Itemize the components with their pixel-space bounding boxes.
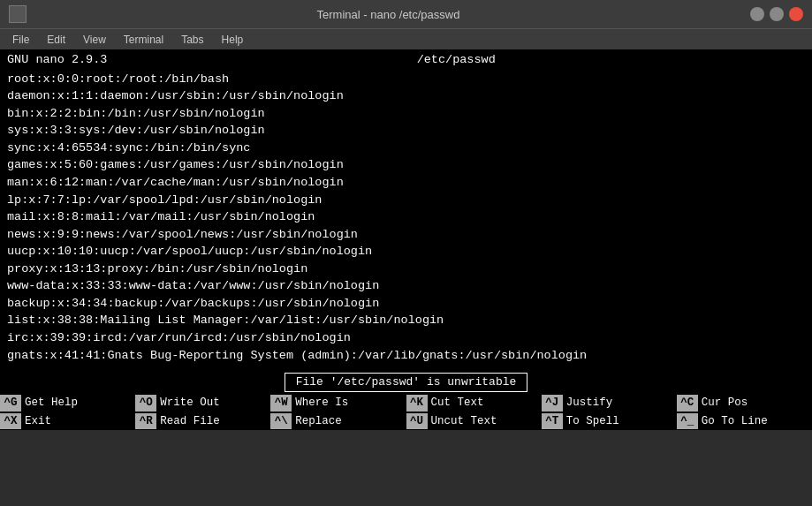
file-line: games:x:5:60:games:/usr/games:/usr/sbin/… [7, 156, 805, 174]
shortcut-item[interactable]: ^\Replace [270, 413, 406, 429]
shortcut-key: ^U [406, 413, 428, 429]
status-bar: File '/etc/passwd' is unwritable [0, 371, 812, 395]
nano-version: GNU nano 2.9.3 [7, 51, 107, 69]
shortcut-key: ^_ [677, 413, 698, 429]
file-line: bin:x:2:2:bin:/bin:/usr/sbin/nologin [7, 105, 805, 123]
shortcut-label: Justify [563, 395, 613, 411]
file-line: lp:x:7:7:lp:/var/spool/lpd:/usr/sbin/nol… [7, 192, 805, 209]
maximize-button[interactable]: □ [770, 7, 784, 21]
shortcut-label: Replace [292, 413, 342, 429]
terminal-content: GNU nano 2.9.3 /etc/passwd root:x:0:0:ro… [0, 49, 812, 430]
file-line: gnats:x:41:41:Gnats Bug-Reporting System… [7, 347, 805, 365]
minimize-button[interactable]: _ [750, 7, 764, 21]
file-line: uucp:x:10:10:uucp:/var/spool/uucp:/usr/s… [7, 243, 805, 261]
shortcut-label: Cut Text [428, 395, 484, 411]
window-icon [9, 5, 27, 23]
shortcut-bar-1: ^GGet Help^OWrite Out^WWhere Is^KCut Tex… [0, 394, 812, 412]
nano-header: GNU nano 2.9.3 /etc/passwd [0, 49, 812, 71]
shortcut-key: ^\ [270, 413, 292, 429]
shortcut-key: ^X [0, 413, 21, 429]
shortcut-item[interactable]: ^TTo Spell [542, 413, 677, 429]
shortcut-label: Where Is [292, 395, 348, 411]
shortcut-label: To Spell [563, 413, 619, 429]
shortcut-key: ^J [542, 395, 563, 411]
file-line: mail:x:8:8:mail:/var/mail:/usr/sbin/nolo… [7, 208, 805, 226]
shortcut-key: ^R [135, 413, 156, 429]
file-line: news:x:9:9:news:/var/spool/news:/usr/sbi… [7, 226, 805, 244]
file-line: proxy:x:13:13:proxy:/bin:/usr/sbin/nolog… [7, 261, 805, 278]
file-line: man:x:6:12:man:/var/cache/man:/usr/sbin/… [7, 174, 805, 192]
file-content[interactable]: root:x:0:0:root:/root:/bin/bashdaemon:x:… [0, 71, 812, 371]
file-line: sync:x:4:65534:sync:/bin:/bin/sync [7, 140, 805, 157]
shortcut-item[interactable]: ^OWrite Out [135, 395, 270, 411]
menu-help[interactable]: Help [215, 32, 251, 48]
shortcut-label: Write Out [156, 395, 220, 411]
title-bar: Terminal - nano /etc/passwd _ □ ✕ [0, 0, 812, 28]
menu-view[interactable]: View [76, 32, 113, 48]
shortcut-item[interactable]: ^XExit [0, 413, 135, 429]
shortcut-item[interactable]: ^UUncut Text [406, 413, 542, 429]
nano-file-path: /etc/passwd [107, 51, 805, 69]
close-button[interactable]: ✕ [789, 7, 803, 21]
file-line: root:x:0:0:root:/root:/bin/bash [7, 71, 805, 88]
shortcut-item[interactable]: ^CCur Pos [677, 395, 812, 411]
shortcut-item[interactable]: ^RRead File [135, 413, 270, 429]
title-bar-controls: _ □ ✕ [750, 7, 803, 21]
shortcut-label: Cur Pos [698, 395, 748, 411]
menu-terminal[interactable]: Terminal [117, 32, 171, 48]
shortcut-item[interactable]: ^JJustify [542, 395, 677, 411]
shortcut-item[interactable]: ^WWhere Is [270, 395, 406, 411]
menu-file[interactable]: File [5, 32, 36, 48]
title-bar-left [9, 5, 27, 23]
menu-bar: File Edit View Terminal Tabs Help [0, 28, 812, 49]
file-line: irc:x:39:39:ircd:/var/run/ircd:/usr/sbin… [7, 329, 805, 347]
shortcut-key: ^K [406, 395, 428, 411]
shortcut-key: ^G [0, 395, 21, 411]
shortcut-item[interactable]: ^KCut Text [406, 395, 542, 411]
shortcut-bar-2: ^XExit^RRead File^\Replace^UUncut Text^T… [0, 412, 812, 430]
shortcut-key: ^O [135, 395, 156, 411]
shortcut-label: Exit [21, 413, 51, 429]
file-line: sys:x:3:3:sys:/dev:/usr/sbin/nologin [7, 122, 805, 140]
file-line: backup:x:34:34:backup:/var/backups:/usr/… [7, 295, 805, 313]
shortcut-label: Read File [156, 413, 220, 429]
shortcut-label: Go To Line [698, 413, 768, 429]
title-bar-title: Terminal - nano /etc/passwd [27, 8, 750, 21]
shortcut-item[interactable]: ^_Go To Line [677, 413, 812, 429]
file-line: daemon:x:1:1:daemon:/usr/sbin:/usr/sbin/… [7, 87, 805, 105]
status-message: File '/etc/passwd' is unwritable [285, 373, 528, 393]
menu-edit[interactable]: Edit [40, 32, 72, 48]
shortcut-key: ^W [270, 395, 292, 411]
shortcut-label: Uncut Text [428, 413, 497, 429]
menu-tabs[interactable]: Tabs [174, 32, 210, 48]
shortcut-item[interactable]: ^GGet Help [0, 395, 135, 411]
shortcut-key: ^T [542, 413, 563, 429]
shortcut-key: ^C [677, 395, 698, 411]
file-line: list:x:38:38:Mailing List Manager:/var/l… [7, 312, 805, 329]
file-line: www-data:x:33:33:www-data:/var/www:/usr/… [7, 277, 805, 295]
shortcut-label: Get Help [21, 395, 78, 411]
